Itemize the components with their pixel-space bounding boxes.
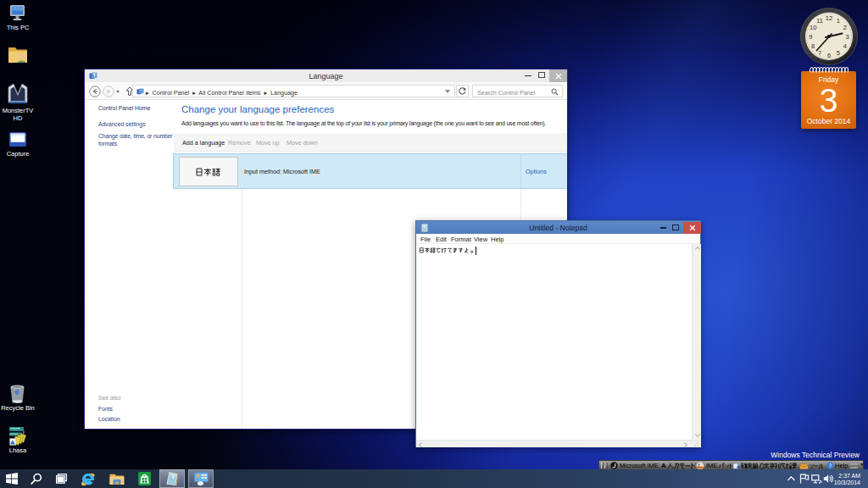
svg-text:1: 1 bbox=[837, 17, 840, 25]
svg-text:12: 12 bbox=[826, 14, 832, 22]
svg-text:4: 4 bbox=[843, 42, 847, 50]
svg-text:6: 6 bbox=[827, 52, 831, 59]
svg-text:9: 9 bbox=[809, 33, 812, 41]
svg-text:11: 11 bbox=[816, 17, 823, 25]
svg-text:8: 8 bbox=[811, 42, 815, 50]
svg-text:2: 2 bbox=[843, 24, 847, 31]
svg-text:3: 3 bbox=[846, 33, 849, 41]
svg-text:5: 5 bbox=[837, 49, 840, 57]
svg-text:7: 7 bbox=[818, 49, 821, 57]
svg-text:?: ? bbox=[829, 463, 832, 469]
